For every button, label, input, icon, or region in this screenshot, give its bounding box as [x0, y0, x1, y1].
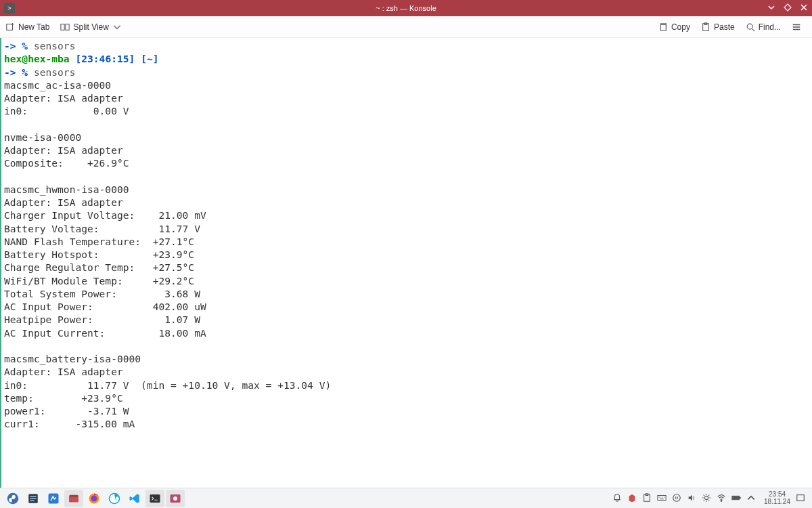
svg-rect-9	[30, 496, 37, 497]
close-icon[interactable]	[800, 3, 808, 13]
paste-icon	[701, 22, 710, 32]
split-view-icon	[60, 22, 70, 32]
hamburger-icon	[792, 22, 801, 32]
terminal-output: -> % sensors hex@hex-mba [23:46:15] [~] …	[4, 39, 809, 431]
svg-rect-24	[658, 495, 666, 500]
tray-pause-icon[interactable]	[672, 493, 681, 504]
notification-icon[interactable]	[612, 493, 622, 504]
chevron-down-icon[interactable]	[767, 3, 775, 13]
taskbar-screenshot-app[interactable]	[166, 490, 185, 507]
taskbar-vscode[interactable]	[125, 490, 144, 507]
tray-expand-icon[interactable]	[746, 493, 756, 504]
svg-rect-1	[61, 24, 64, 30]
svg-point-6	[747, 24, 752, 29]
taskbar-discover[interactable]	[44, 490, 63, 507]
window-title: ~ : zsh — Konsole	[376, 4, 436, 12]
taskbar-clock[interactable]: 23:54 18.11.24	[764, 491, 790, 505]
svg-point-16	[91, 495, 97, 501]
new-tab-label: New Tab	[18, 22, 49, 32]
new-tab-icon	[5, 22, 15, 32]
tray-desktop-icon[interactable]	[796, 493, 805, 504]
terminal-area[interactable]: -> % sensors hex@hex-mba [23:46:15] [~] …	[0, 38, 812, 488]
svg-point-27	[721, 500, 722, 501]
new-tab-button[interactable]: New Tab	[0, 16, 55, 37]
paste-label: Paste	[714, 22, 735, 32]
chevron-down-icon	[112, 22, 122, 32]
svg-rect-12	[49, 493, 59, 503]
taskbar-system-settings[interactable]	[24, 490, 43, 507]
svg-point-26	[704, 496, 708, 499]
paste-button[interactable]: Paste	[696, 16, 740, 37]
clock-date: 18.11.24	[764, 499, 790, 506]
taskbar-browser-icon[interactable]	[105, 490, 124, 507]
find-button[interactable]: Find...	[740, 16, 786, 37]
copy-icon	[658, 22, 668, 32]
taskbar-firefox[interactable]	[85, 490, 104, 507]
maximize-icon[interactable]	[784, 3, 792, 13]
svg-rect-10	[30, 498, 37, 499]
svg-point-21	[173, 496, 177, 501]
tray-clipboard-icon[interactable]	[642, 493, 652, 504]
system-tray: 23:54 18.11.24	[612, 491, 809, 505]
svg-point-25	[673, 494, 681, 501]
taskbar: 23:54 18.11.24	[0, 488, 812, 508]
search-icon	[746, 22, 755, 32]
find-label: Find...	[759, 22, 781, 32]
copy-button[interactable]: Copy	[653, 16, 696, 37]
split-view-label: Split View	[73, 22, 108, 32]
svg-rect-19	[150, 494, 160, 503]
svg-rect-29	[739, 497, 740, 499]
svg-rect-14	[69, 496, 78, 502]
tray-volume-icon[interactable]	[687, 493, 696, 504]
svg-rect-31	[797, 494, 805, 501]
tray-wifi-icon[interactable]	[717, 493, 726, 504]
toolbar: New Tab Split View Copy Paste Find...	[0, 16, 812, 38]
tray-battery-icon[interactable]	[731, 493, 741, 504]
svg-rect-2	[66, 24, 69, 30]
svg-rect-3	[660, 24, 666, 30]
konsole-app-icon: >	[4, 3, 15, 14]
taskbar-konsole[interactable]	[145, 490, 164, 507]
tray-brightness-icon[interactable]	[702, 493, 711, 504]
tray-keyboard-icon[interactable]	[657, 493, 667, 504]
taskbar-filemanager[interactable]	[64, 490, 83, 507]
clock-time: 23:54	[764, 491, 790, 499]
svg-rect-30	[733, 496, 739, 499]
copy-label: Copy	[671, 22, 690, 32]
window-titlebar: > ~ : zsh — Konsole	[0, 0, 812, 16]
tray-updates-icon[interactable]	[627, 493, 637, 504]
fedora-menu-icon[interactable]	[3, 490, 22, 507]
svg-rect-11	[30, 500, 35, 501]
split-view-button[interactable]: Split View	[55, 16, 127, 37]
svg-rect-0	[7, 24, 13, 30]
hamburger-menu-button[interactable]	[786, 16, 807, 37]
